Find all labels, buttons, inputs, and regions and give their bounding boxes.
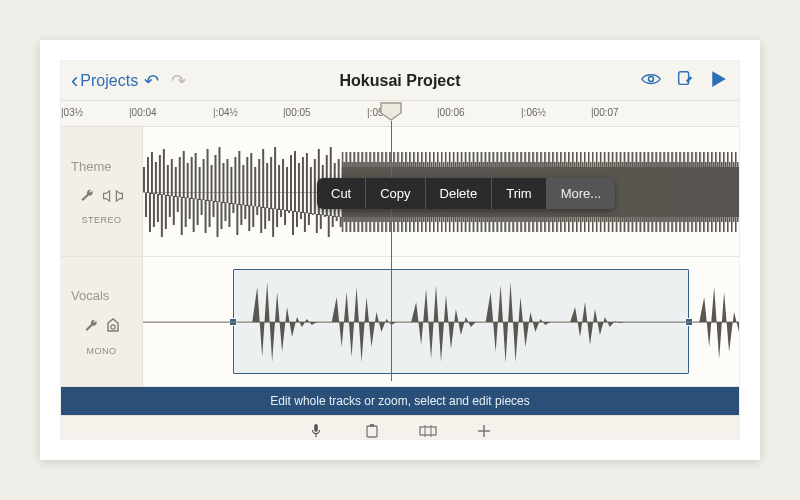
stereo-speaker-icon bbox=[101, 188, 125, 207]
mono-speaker-icon bbox=[105, 317, 121, 338]
track-canvas[interactable] bbox=[143, 127, 739, 387]
back-label: Projects bbox=[80, 72, 138, 90]
svg-point-2 bbox=[110, 324, 114, 328]
track-label-vocals[interactable]: Vocals MONO bbox=[61, 257, 142, 387]
view-toggle-button[interactable] bbox=[641, 70, 661, 92]
ruler-tick: |00:05 bbox=[283, 107, 311, 118]
redo-button[interactable]: ↷ bbox=[171, 70, 186, 92]
chevron-left-icon: ‹ bbox=[71, 70, 78, 92]
track-name: Theme bbox=[71, 159, 111, 174]
back-button[interactable]: ‹ Projects bbox=[71, 70, 138, 92]
clipboard-icon[interactable] bbox=[363, 423, 381, 439]
track-row-vocals[interactable] bbox=[143, 257, 739, 387]
ctx-cut[interactable]: Cut bbox=[317, 178, 366, 209]
track-mode: STEREO bbox=[81, 215, 121, 225]
context-menu: Cut Copy Delete Trim More... bbox=[317, 178, 615, 209]
ruler-tick: |03½ bbox=[61, 107, 83, 118]
undo-button[interactable]: ↶ bbox=[144, 70, 159, 92]
mic-icon[interactable] bbox=[307, 423, 325, 439]
hint-bar: Edit whole tracks or zoom, select and ed… bbox=[61, 387, 739, 415]
svg-rect-12 bbox=[420, 427, 436, 435]
add-icon[interactable] bbox=[475, 423, 493, 439]
track-name: Vocals bbox=[71, 288, 109, 303]
svg-rect-1 bbox=[679, 71, 689, 84]
svg-rect-10 bbox=[367, 426, 377, 437]
track-labels-column: Theme STEREO Vocals MONO bbox=[61, 127, 143, 387]
ruler-tick: |00:06 bbox=[437, 107, 465, 118]
ruler-tick: |:05½ bbox=[367, 107, 392, 118]
select-icon[interactable] bbox=[419, 423, 437, 439]
track-mode: MONO bbox=[87, 346, 117, 356]
track-label-theme[interactable]: Theme STEREO bbox=[61, 127, 142, 257]
project-title: Hokusai Project bbox=[340, 72, 461, 90]
time-ruler[interactable]: |03½ |00:04 |:04½ |00:05 |:05½ |00:06 |:… bbox=[61, 101, 739, 127]
tracks-area: Theme STEREO Vocals MONO bbox=[61, 127, 739, 387]
ruler-tick: |:06½ bbox=[521, 107, 546, 118]
ctx-trim[interactable]: Trim bbox=[492, 178, 547, 209]
bottom-toolbar bbox=[61, 415, 739, 440]
wrench-icon[interactable] bbox=[79, 188, 95, 207]
svg-point-0 bbox=[649, 76, 654, 81]
play-button[interactable] bbox=[709, 70, 729, 92]
svg-rect-8 bbox=[314, 423, 318, 431]
waveform-vocals bbox=[143, 267, 739, 377]
top-bar: ‹ Projects ↶ ↷ Hokusai Project bbox=[61, 61, 739, 101]
svg-rect-11 bbox=[370, 424, 374, 427]
ruler-tick: |:04½ bbox=[213, 107, 238, 118]
ruler-tick: |00:07 bbox=[591, 107, 619, 118]
ruler-tick: |00:04 bbox=[129, 107, 157, 118]
wrench-icon[interactable] bbox=[83, 318, 99, 337]
ctx-copy[interactable]: Copy bbox=[366, 178, 425, 209]
ctx-more[interactable]: More... bbox=[547, 178, 615, 209]
edit-project-button[interactable] bbox=[675, 70, 695, 92]
ctx-delete[interactable]: Delete bbox=[426, 178, 493, 209]
audio-editor-app: ‹ Projects ↶ ↷ Hokusai Project |03½ |00:… bbox=[60, 60, 740, 440]
hint-text: Edit whole tracks or zoom, select and ed… bbox=[270, 394, 529, 408]
outer-frame: ‹ Projects ↶ ↷ Hokusai Project |03½ |00:… bbox=[40, 40, 760, 460]
